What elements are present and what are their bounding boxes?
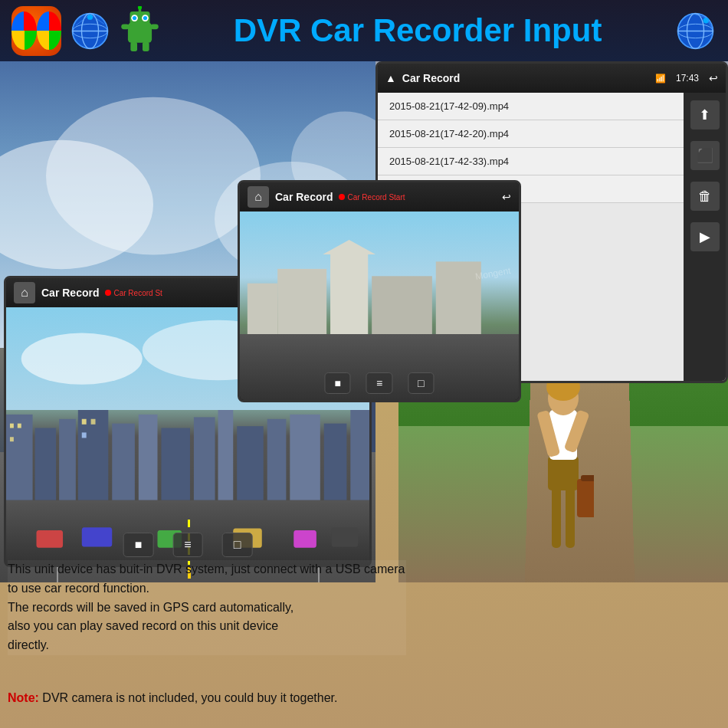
svg-rect-15 bbox=[130, 41, 137, 51]
screen-3-time: 17:43 bbox=[676, 73, 699, 84]
file-sidebar: ⬆ ⬛ 🗑 ▶ bbox=[684, 93, 726, 381]
screen-3-title: Car Record bbox=[402, 72, 460, 84]
screen-3-topbar: ▲ Car Record 📶 17:43 ↩ bbox=[378, 64, 726, 93]
screen-2-rec-label: Car Record Start bbox=[347, 193, 405, 202]
file-item-2[interactable]: 2015-08-21(17-42-20).mp4 bbox=[378, 120, 684, 148]
svg-rect-88 bbox=[577, 479, 594, 517]
svg-rect-77 bbox=[372, 276, 432, 334]
rec-dot bbox=[105, 290, 111, 296]
screen-2-body: ■ ≡ □ Mongent bbox=[240, 212, 519, 400]
svg-rect-55 bbox=[194, 418, 215, 500]
svg-rect-74 bbox=[330, 254, 368, 334]
svg-rect-79 bbox=[248, 284, 277, 334]
note-label: Note: bbox=[8, 691, 39, 704]
svg-rect-89 bbox=[581, 475, 594, 481]
svg-rect-76 bbox=[277, 269, 326, 334]
svg-rect-72 bbox=[293, 530, 316, 548]
note-area: Note: DVR camera is not included, you co… bbox=[8, 691, 697, 705]
wifi-icon-3: 📶 bbox=[655, 74, 666, 84]
rec-label: Car Record St bbox=[113, 289, 162, 297]
note-text: DVR camera is not included, you could bu… bbox=[39, 691, 338, 704]
svg-point-11 bbox=[133, 16, 136, 20]
svg-rect-82 bbox=[548, 456, 579, 490]
list-button[interactable]: ≡ bbox=[172, 533, 202, 557]
description-text: This unit device has buit-in DVR system,… bbox=[8, 560, 406, 655]
screen-2-home-icon[interactable]: ⌂ bbox=[248, 186, 269, 208]
screen-2: ⌂ Car Record Car Record Start ↩ bbox=[238, 180, 521, 402]
svg-rect-54 bbox=[161, 428, 190, 500]
svg-rect-56 bbox=[218, 410, 234, 500]
svg-rect-73 bbox=[332, 527, 359, 546]
svg-rect-58 bbox=[267, 419, 287, 500]
sidebar-share-btn[interactable]: ⬆ bbox=[690, 100, 720, 130]
svg-rect-67 bbox=[82, 433, 87, 438]
rec-indicator: Car Record St bbox=[105, 289, 162, 297]
home-icon[interactable]: ⌂ bbox=[14, 282, 35, 303]
svg-rect-66 bbox=[91, 419, 96, 425]
svg-rect-53 bbox=[139, 415, 158, 500]
svg-point-4 bbox=[87, 14, 93, 19]
svg-rect-65 bbox=[82, 419, 87, 425]
sidebar-play-btn[interactable]: ▶ bbox=[690, 222, 720, 251]
svg-rect-59 bbox=[290, 415, 320, 500]
file-item-3[interactable]: 2015-08-21(17-42-33).mp4 bbox=[378, 148, 684, 175]
screen-1-title: Car Record bbox=[41, 287, 99, 299]
svg-rect-17 bbox=[121, 24, 129, 29]
screen-1-controls: ■ ≡ □ bbox=[123, 533, 253, 557]
svg-rect-64 bbox=[10, 438, 14, 442]
svg-rect-52 bbox=[112, 424, 135, 500]
fullscreen-button[interactable]: □ bbox=[222, 533, 253, 557]
svg-rect-81 bbox=[566, 487, 575, 548]
description-area: This unit device has buit-in DVR system,… bbox=[8, 560, 406, 655]
screen-2-title: Car Record bbox=[275, 191, 333, 203]
globe-right-icon bbox=[674, 10, 717, 52]
screen-2-topbar: ⌂ Car Record Car Record Start ↩ bbox=[240, 182, 519, 212]
sidebar-copy-btn[interactable]: ⬛ bbox=[690, 141, 720, 170]
robot-mascot-icon bbox=[119, 6, 161, 56]
svg-rect-69 bbox=[82, 527, 113, 546]
dvr-logo bbox=[11, 6, 61, 56]
up-nav-icon[interactable]: ▲ bbox=[385, 72, 396, 84]
header-bar: DVR Car Recorder Input bbox=[0, 0, 728, 61]
svg-rect-68 bbox=[37, 530, 64, 548]
svg-rect-57 bbox=[237, 427, 264, 500]
back-icon[interactable]: ↩ bbox=[502, 191, 511, 203]
svg-rect-63 bbox=[18, 424, 21, 428]
svg-rect-18 bbox=[150, 24, 158, 29]
screen-2-rec-dot bbox=[339, 194, 345, 200]
svg-rect-16 bbox=[143, 41, 149, 51]
stop-button[interactable]: ■ bbox=[123, 533, 154, 557]
screen-2-fullscreen-button[interactable]: □ bbox=[408, 372, 434, 394]
main-content: ⌂ Car Record Car Record St 📶 bbox=[0, 61, 728, 728]
svg-point-45 bbox=[21, 333, 143, 385]
svg-rect-62 bbox=[10, 424, 14, 428]
sidebar-delete-btn[interactable]: 🗑 bbox=[690, 182, 720, 211]
svg-rect-60 bbox=[324, 424, 347, 500]
svg-rect-50 bbox=[59, 419, 76, 500]
screen-2-list-button[interactable]: ≡ bbox=[366, 372, 392, 394]
svg-point-12 bbox=[143, 16, 147, 20]
svg-point-14 bbox=[138, 6, 142, 9]
svg-rect-80 bbox=[552, 487, 561, 548]
svg-rect-49 bbox=[35, 428, 57, 500]
svg-marker-75 bbox=[323, 240, 375, 254]
svg-rect-61 bbox=[350, 410, 369, 500]
page-title: DVR Car Recorder Input bbox=[169, 12, 667, 49]
screen-2-stop-button[interactable]: ■ bbox=[324, 372, 350, 394]
globe-left-icon bbox=[69, 10, 111, 52]
screen-2-rec: Car Record Start bbox=[339, 193, 405, 202]
file-item-1[interactable]: 2015-08-21(17-42-09).mp4 bbox=[378, 93, 684, 120]
back-icon-3[interactable]: ↩ bbox=[709, 72, 718, 84]
